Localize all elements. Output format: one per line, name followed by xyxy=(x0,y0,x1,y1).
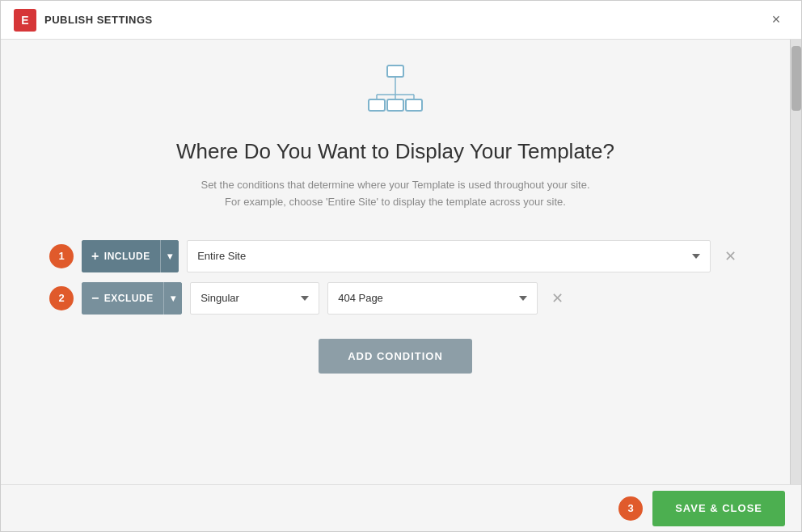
svg-rect-1 xyxy=(369,99,385,111)
page-subtext: Set the conditions that determine where … xyxy=(200,177,589,211)
exclude-btn-arrow[interactable]: ▾ xyxy=(164,282,183,315)
page-heading: Where Do You Want to Display Your Templa… xyxy=(176,139,614,164)
include-label: INCLUDE xyxy=(104,251,150,262)
condition-number-1: 1 xyxy=(49,244,74,268)
header-left: E PUBLISH SETTINGS xyxy=(14,9,153,32)
sub-select-2[interactable]: 404 Page Post Page Custom Post Type xyxy=(327,282,538,315)
network-icon xyxy=(367,64,424,120)
condition-row: 1 + INCLUDE ▾ Entire Site Front Page xyxy=(49,240,741,272)
condition-number-2: 2 xyxy=(49,286,74,310)
svg-rect-3 xyxy=(406,99,422,111)
conditions-area: 1 + INCLUDE ▾ Entire Site Front Page xyxy=(49,240,741,315)
close-button[interactable]: × xyxy=(764,8,788,32)
location-select-1[interactable]: Entire Site Front Page Archive Singular … xyxy=(187,240,711,272)
svg-rect-0 xyxy=(387,65,403,77)
modal-container: E PUBLISH SETTINGS × xyxy=(0,0,802,532)
exclude-button-2[interactable]: − EXCLUDE ▾ xyxy=(82,282,182,315)
minus-icon: − xyxy=(91,291,99,306)
svg-rect-2 xyxy=(387,99,403,111)
plus-icon: + xyxy=(91,249,99,264)
include-btn-arrow[interactable]: ▾ xyxy=(161,240,179,272)
scrollbar-thumb[interactable] xyxy=(791,46,801,111)
modal-body-wrapper: Where Do You Want to Display Your Templa… xyxy=(1,40,801,484)
remove-condition-2[interactable]: ✕ xyxy=(546,287,568,310)
footer-step-number: 3 xyxy=(618,496,643,521)
save-close-button[interactable]: SAVE & CLOSE xyxy=(652,491,785,526)
modal-header: E PUBLISH SETTINGS × xyxy=(1,1,801,40)
remove-condition-1[interactable]: ✕ xyxy=(719,245,741,268)
modal-body: Where Do You Want to Display Your Templa… xyxy=(1,40,790,484)
add-condition-button[interactable]: ADD CONDITION xyxy=(319,339,472,374)
include-button-1[interactable]: + INCLUDE ▾ xyxy=(82,240,179,272)
content-area: Where Do You Want to Display Your Templa… xyxy=(1,40,790,406)
header-logo: E xyxy=(14,9,36,32)
modal-footer: 3 SAVE & CLOSE xyxy=(1,484,801,531)
header-title: PUBLISH SETTINGS xyxy=(44,14,153,26)
scrollbar-track[interactable] xyxy=(790,40,801,484)
exclude-btn-main[interactable]: − EXCLUDE xyxy=(82,282,163,315)
condition-row-2: 2 − EXCLUDE ▾ Entire Site Front Page xyxy=(49,282,741,315)
location-select-2[interactable]: Entire Site Front Page Archive Singular … xyxy=(190,282,319,315)
include-btn-main[interactable]: + INCLUDE xyxy=(82,240,160,272)
exclude-label: EXCLUDE xyxy=(104,293,154,304)
